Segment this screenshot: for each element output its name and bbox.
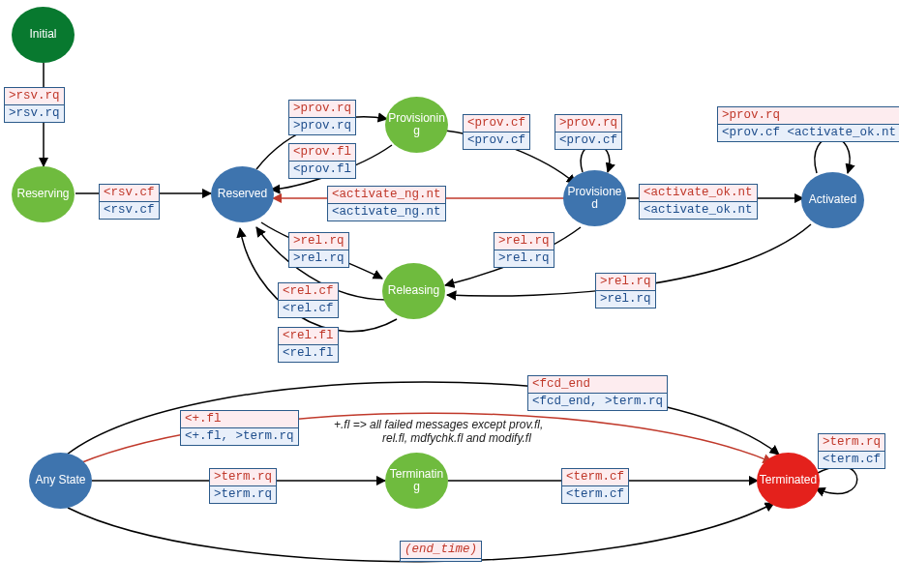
state-provisioning: Provisioning [385,97,448,153]
msg-row: <prov.cf <activate_ok.nt [718,125,899,141]
state-label: Any State [35,474,85,486]
msg-row: <rel.fl [279,345,338,362]
msg-plus-fl: <+.fl <+.fl, >term.rq [180,410,299,446]
msg-row: >rel.rq [494,233,554,250]
state-releasing: Releasing [382,263,445,319]
msg-activate-ok: <activate_ok.nt <activate_ok.nt [639,184,758,220]
state-reserving: Reserving [12,166,75,222]
msg-end-time: (end_time) [400,541,482,562]
edges-layer [0,0,899,588]
msg-row: <rel.cf [279,301,338,317]
msg-rsv-rq: >rsv.rq >rsv.rq [4,87,65,123]
msg-prov-cf: <prov.cf <prov.cf [463,114,530,150]
state-label: Activated [809,193,856,206]
msg-row: >term.rq [819,434,884,452]
msg-rsv-cf: <rsv.cf <rsv.cf [99,184,160,220]
msg-row: <term.cf [562,469,628,486]
msg-fcd-end: <fcd_end <fcd_end, >term.rq [527,375,668,411]
msg-row: <activate_ng.nt [328,187,445,204]
msg-row: <prov.fl [289,144,355,162]
msg-row: <prov.cf [555,132,621,149]
msg-row: >rel.rq [596,274,655,291]
msg-row: >rel.rq [596,291,655,308]
msg-row: >term.rq [210,486,276,503]
msg-activated-self: >prov.rq <prov.cf <activate_ok.nt [717,106,899,142]
msg-row: >rel.rq [494,250,554,267]
state-label: Reserving [16,188,69,200]
msg-row: <activate_ok.nt [640,185,757,202]
state-diagram: Initial Reserving Reserved Provisioning … [0,0,899,588]
msg-row: <+.fl, >term.rq [181,428,298,445]
msg-row: <term.cf [562,486,628,503]
state-terminated: Terminated [757,453,820,509]
msg-row: >prov.rq [289,101,355,118]
msg-terminated-self: >term.rq <term.cf [818,433,885,469]
msg-row: >rsv.rq [5,88,64,105]
msg-provisioned-self: >prov.rq <prov.cf [554,114,622,150]
msg-row: <rel.fl [279,328,338,345]
msg-row: <rel.cf [279,283,338,301]
state-label: Terminating [387,468,446,493]
msg-term-cf: <term.cf <term.cf [561,468,629,504]
state-label: Initial [29,28,56,41]
state-any: Any State [29,453,92,509]
msg-rel-cf: <rel.cf <rel.cf [278,282,339,318]
msg-activate-ng: <activate_ng.nt <activate_ng.nt [327,186,446,221]
msg-row: (end_time) [401,542,481,559]
msg-row [401,559,481,561]
msg-term-rq: >term.rq >term.rq [209,468,277,504]
state-provisioned: Provisioned [563,170,626,226]
msg-row: >prov.rq [289,118,355,134]
msg-prov-fl: <prov.fl <prov.fl [288,143,356,179]
msg-row: <fcd_end [528,376,667,394]
msg-rel-rq-prov: >rel.rq >rel.rq [494,232,554,268]
msg-rel-rq-act: >rel.rq >rel.rq [595,273,656,309]
msg-row: >rel.rq [289,233,348,250]
state-label: Releasing [388,284,439,297]
state-label: Reserved [218,188,267,200]
state-initial: Initial [12,7,75,63]
state-label: Provisioning [387,112,446,137]
msg-row: <prov.cf [464,115,529,132]
msg-row: >rel.rq [289,250,348,267]
msg-row: <activate_ok.nt [640,202,757,219]
msg-row: >prov.rq [718,107,899,125]
msg-row: <rsv.cf [100,202,159,219]
msg-row: <fcd_end, >term.rq [528,394,667,410]
msg-row: <+.fl [181,411,298,428]
msg-rel-rq-resv: >rel.rq >rel.rq [288,232,349,268]
state-reserved: Reserved [211,166,274,222]
state-label: Provisioned [565,186,624,211]
state-terminating: Terminating [385,453,448,509]
msg-prov-rq: >prov.rq >prov.rq [288,100,356,135]
note-failed-messages: +.fl => all failed messages except prov.… [334,418,543,445]
msg-row: <prov.fl [289,162,355,178]
msg-rel-fl: <rel.fl <rel.fl [278,327,339,363]
msg-row: >term.rq [210,469,276,486]
state-activated: Activated [801,172,864,228]
msg-row: <term.cf [819,452,884,468]
msg-row: >prov.rq [555,115,621,132]
msg-row: >rsv.rq [5,105,64,122]
msg-row: <activate_ng.nt [328,204,445,220]
state-label: Terminated [760,474,817,486]
msg-row: <rsv.cf [100,185,159,202]
msg-row: <prov.cf [464,132,529,149]
